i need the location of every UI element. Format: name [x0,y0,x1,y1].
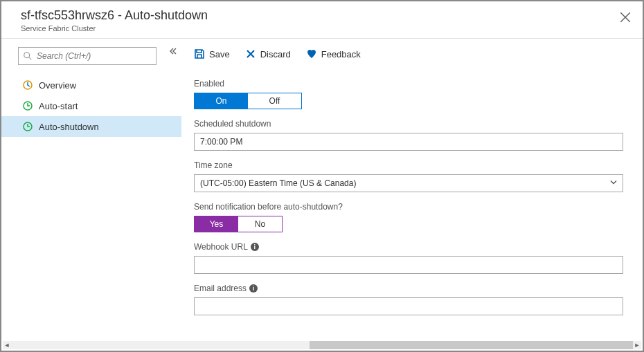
scheduled-shutdown-label: Scheduled shutdown [194,119,623,129]
sidebar-item-auto-start[interactable]: Auto-start [1,95,181,116]
discard-icon [245,48,256,59]
search-input-wrapper[interactable] [18,47,156,65]
command-bar: Save Discard Feedback [194,39,623,69]
info-icon[interactable]: i [249,284,258,293]
notify-yes-button[interactable]: Yes [195,216,238,232]
info-icon[interactable]: i [251,243,259,251]
scheduled-shutdown-input[interactable] [194,133,623,151]
clock-start-icon [22,100,33,111]
clock-shutdown-icon [22,121,33,132]
close-icon [619,11,632,24]
cmd-label: Feedback [321,49,361,59]
chevron-double-left-icon [169,47,177,55]
enabled-on-button[interactable]: On [195,93,248,109]
sidebar-item-overview[interactable]: Overview [1,75,181,95]
blade-body: Overview Auto-start Auto-shutdown Save D… [1,39,643,345]
page-subtitle: Service Fabric Cluster [21,24,629,33]
content-pane: Save Discard Feedback Enabled On Off Sch… [181,39,643,345]
scroll-left-arrow-icon[interactable]: ◄ [3,342,11,349]
blade-header: sf-tfsc553hrwsz6 - Auto-shutdown Service… [1,1,643,39]
cmd-label: Save [209,49,230,59]
email-address-input[interactable] [194,297,623,315]
heart-icon [306,48,317,59]
notify-no-button[interactable]: No [238,216,282,232]
sidebar-item-auto-shutdown[interactable]: Auto-shutdown [1,116,181,137]
timezone-value[interactable] [194,174,623,192]
sidebar: Overview Auto-start Auto-shutdown [1,39,181,345]
email-label-text: Email address [194,284,247,293]
save-button[interactable]: Save [194,48,230,59]
notify-label: Send notification before auto-shutdown? [194,202,623,212]
sidebar-item-label: Overview [39,80,76,91]
timezone-select[interactable] [194,174,623,192]
webhook-url-input[interactable] [194,256,623,274]
collapse-sidebar-button[interactable] [169,47,177,57]
svg-line-1 [29,57,32,60]
enabled-off-button[interactable]: Off [248,93,301,109]
sidebar-item-label: Auto-start [39,101,78,111]
notify-toggle: Yes No [194,216,283,232]
discard-button[interactable]: Discard [245,48,291,59]
search-icon [23,51,33,61]
sidebar-item-label: Auto-shutdown [39,122,99,132]
scroll-thumb[interactable] [310,341,633,349]
webhook-label-text: Webhook URL [194,242,248,252]
cmd-label: Discard [260,49,291,59]
save-icon [194,48,205,59]
enabled-label: Enabled [194,79,623,89]
overview-icon [22,80,33,91]
scroll-track[interactable] [11,341,633,349]
timezone-label: Time zone [194,160,623,170]
email-label: Email address i [194,284,623,293]
feedback-button[interactable]: Feedback [306,48,361,59]
search-input[interactable] [37,51,152,61]
svg-point-0 [24,53,30,58]
horizontal-scrollbar[interactable]: ◄ ► [3,341,641,349]
scroll-right-arrow-icon[interactable]: ► [633,342,641,349]
page-title: sf-tfsc553hrwsz6 - Auto-shutdown [21,8,629,23]
close-button[interactable] [619,11,632,24]
webhook-label: Webhook URL i [194,242,623,252]
enabled-toggle: On Off [194,93,302,109]
